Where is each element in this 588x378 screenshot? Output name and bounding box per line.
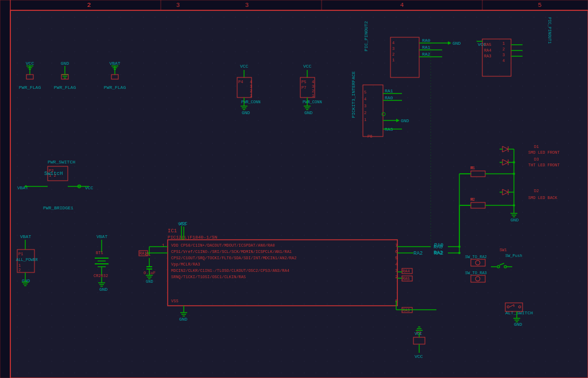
svg-text:3: 3 <box>250 84 252 89</box>
svg-text:P4: P4 <box>238 80 243 84</box>
svg-text:VCC: VCC <box>179 221 188 226</box>
svg-text:Vpp/MCLR/RA3: Vpp/MCLR/RA3 <box>171 262 200 267</box>
svg-text:GND: GND <box>452 41 461 46</box>
svg-text:GND: GND <box>61 61 69 66</box>
svg-text:MDCIN2/CLKR/C1IN1-/TLOSO/CLKOU: MDCIN2/CLKR/C1IN1-/TLOSO/CLKOUT/OSC2/CPS… <box>171 268 289 273</box>
svg-text:4: 4 <box>392 41 394 45</box>
svg-text:P1: P1 <box>18 252 23 256</box>
svg-text:D1: D1 <box>534 145 539 149</box>
svg-point-279 <box>513 204 515 206</box>
svg-text:PIC12(L)F1840-1/SN: PIC12(L)F1840-1/SN <box>168 235 218 240</box>
svg-text:RA1: RA1 <box>140 251 147 256</box>
svg-text:5: 5 <box>395 255 398 260</box>
svg-text:RA2: RA2 <box>434 250 443 256</box>
svg-rect-15 <box>0 0 10 378</box>
svg-text:1: 1 <box>250 93 252 98</box>
svg-text:RA2: RA2 <box>413 251 423 256</box>
svg-text:GND: GND <box>401 118 409 123</box>
svg-text:GND: GND <box>304 110 313 115</box>
schematic-canvas: 2 3 2 3 4 5 VCC GND VBAT PWR_FLAG PWR_FL… <box>0 0 588 378</box>
svg-text:VCC: VCC <box>240 64 249 69</box>
svg-text:SW_TO_RA2: SW_TO_RA2 <box>465 255 487 259</box>
svg-text:SMD LED FRONT: SMD LED FRONT <box>528 150 560 155</box>
svg-text:2: 2 <box>502 47 505 52</box>
svg-text:RA1: RA1 <box>422 45 431 50</box>
svg-text:1: 1 <box>392 58 394 63</box>
svg-text:PIC_PINOUT2: PIC_PINOUT2 <box>363 21 369 51</box>
svg-text:VBAT: VBAT <box>96 234 107 239</box>
svg-text:4: 4 <box>364 97 366 102</box>
svg-text:GND: GND <box>242 110 250 115</box>
svg-text:4: 4 <box>502 59 505 63</box>
svg-text:CR2032: CR2032 <box>94 274 108 278</box>
svg-text:RA3: RA3 <box>403 308 410 313</box>
svg-text:P5: P5 <box>301 80 306 84</box>
svg-text:VSS: VSS <box>171 299 179 303</box>
svg-text:2: 2 <box>364 111 366 115</box>
svg-text:PWR_FLAG: PWR_FLAG <box>54 85 76 90</box>
svg-point-245 <box>513 161 515 163</box>
svg-text:SW1: SW1 <box>500 248 507 252</box>
svg-text:VCC: VCC <box>415 354 423 359</box>
svg-text:CPS1/Vref/C1INO-/SRI/SCL/SCK/M: CPS1/Vref/C1INO-/SRI/SCL/SCK/MDMIN/ICSPC… <box>171 250 292 254</box>
svg-text:PWR_SWITCH: PWR_SWITCH <box>48 159 75 165</box>
svg-text:ALL_POWER: ALL_POWER <box>16 258 38 262</box>
svg-text:RA2: RA2 <box>422 52 431 57</box>
svg-text:THT LED FRONT: THT LED FRONT <box>528 163 560 167</box>
svg-text:4: 4 <box>395 262 398 267</box>
svg-text:3: 3 <box>176 2 180 9</box>
svg-text:1: 1 <box>502 41 505 46</box>
svg-text:GND: GND <box>510 217 519 223</box>
svg-point-284 <box>458 252 461 254</box>
svg-text:IC1: IC1 <box>168 228 177 234</box>
svg-text:D3: D3 <box>534 157 539 162</box>
svg-text:VDD        CP50/C1IN+/DACOUT/M: VDD CP50/C1IN+/DACOUT/MDOUT/ICSPDAT/AN0/… <box>171 243 275 248</box>
svg-point-49 <box>25 185 27 188</box>
svg-text:1: 1 <box>312 93 314 98</box>
svg-text:VCC: VCC <box>26 61 34 66</box>
svg-text:R1: R1 <box>470 166 475 170</box>
svg-text:PICKIT3_INTERFACE: PICKIT3_INTERFACE <box>351 71 356 118</box>
svg-text:1: 1 <box>18 263 21 268</box>
svg-text:PWR_FLAG: PWR_FLAG <box>19 85 41 90</box>
svg-point-277 <box>513 173 515 175</box>
svg-text:3: 3 <box>364 104 366 108</box>
svg-text:VBAT: VBAT <box>109 61 120 66</box>
svg-text:3: 3 <box>245 2 249 9</box>
svg-text:3: 3 <box>392 46 394 51</box>
svg-text:VCC: VCC <box>303 64 312 69</box>
svg-text:GND: GND <box>99 287 108 292</box>
svg-text:CPS2/C1OUT/SRQ/TOCKI/FLT0/SDA/: CPS2/C1OUT/SRQ/TOCKI/FLT0/SDA/SDI/INT/MD… <box>171 256 296 260</box>
svg-text:GND: GND <box>146 279 153 284</box>
svg-text:2: 2 <box>392 52 394 57</box>
svg-text:5: 5 <box>364 90 366 95</box>
svg-text:RA4: RA4 <box>403 269 410 274</box>
svg-text:RA5: RA5 <box>484 42 492 47</box>
svg-text:SMD LED BACK: SMD LED BACK <box>528 196 558 200</box>
svg-text:2: 2 <box>250 89 252 93</box>
svg-text:RA0: RA0 <box>385 95 393 100</box>
svg-text:SW_Push: SW_Push <box>505 254 522 258</box>
svg-text:2: 2 <box>87 2 91 9</box>
svg-text:SRNQ/T1CKI/T1OSI/OSC1/CLKIN/RA: SRNQ/T1CKI/T1OSI/OSC1/CLKIN/RA5 <box>171 275 246 279</box>
svg-text:1: 1 <box>364 118 366 122</box>
svg-text:RA3: RA3 <box>484 54 492 59</box>
svg-text:PWR_FLAG: PWR_FLAG <box>104 85 126 90</box>
svg-text:SwitcH: SwitcH <box>44 171 63 177</box>
svg-text:ALT_SWITCH: ALT_SWITCH <box>505 310 533 315</box>
svg-text:RA1: RA1 <box>385 88 393 93</box>
svg-text:SW_TO_RA3: SW_TO_RA3 <box>465 271 487 275</box>
svg-text:5: 5 <box>538 2 542 9</box>
svg-text:VBAT: VBAT <box>20 234 31 239</box>
svg-text:4: 4 <box>312 80 314 84</box>
svg-text:3: 3 <box>502 53 505 57</box>
svg-text:4: 4 <box>400 2 404 9</box>
svg-text:4: 4 <box>250 80 252 84</box>
svg-text:R2: R2 <box>470 197 475 202</box>
svg-text:VCC: VCC <box>415 332 422 336</box>
svg-text:P6: P6 <box>368 134 372 139</box>
svg-text:PWR_CONN: PWR_CONN <box>303 100 322 104</box>
svg-text:RA4: RA4 <box>484 48 492 53</box>
svg-text:PIC_PINOUT1: PIC_PINOUT1 <box>547 17 552 44</box>
svg-text:GND: GND <box>179 317 188 322</box>
